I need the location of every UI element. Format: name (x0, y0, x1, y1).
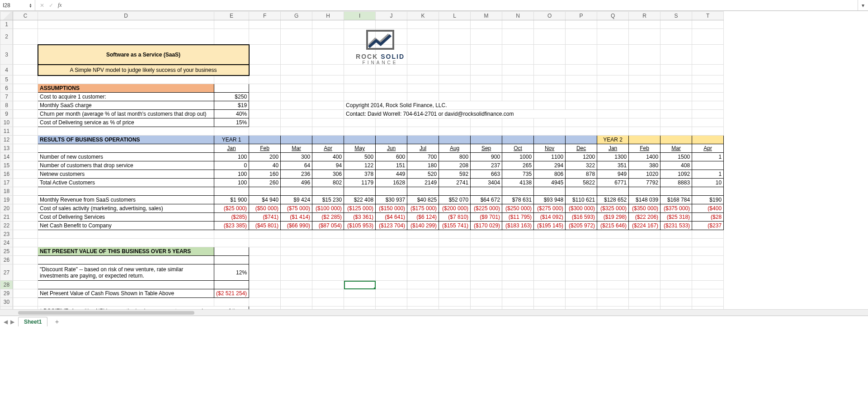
col-header-R[interactable]: R (629, 12, 660, 20)
money-row-label[interactable]: Monthly Revenue from SaaS customers (38, 196, 214, 204)
result-cell[interactable]: 496 (281, 179, 312, 187)
npv-header[interactable]: NET PRESENT VALUE OF THIS BUSINESS OVER … (38, 247, 214, 256)
col-header-I[interactable]: I (344, 12, 376, 20)
row-header-16[interactable]: 16 (0, 170, 13, 179)
month-header[interactable]: Sep (471, 144, 502, 153)
result-cell[interactable]: 8883 (660, 179, 692, 187)
money-cell[interactable]: $9 424 (281, 196, 312, 204)
result-cell[interactable]: 700 (407, 153, 439, 161)
result-cell[interactable] (692, 161, 724, 170)
month-header[interactable]: Jan (214, 144, 249, 153)
add-sheet-icon[interactable]: ＋ (51, 318, 63, 326)
result-cell[interactable]: 6771 (597, 179, 629, 187)
col-header-P[interactable]: P (566, 12, 597, 20)
col-header-E[interactable]: E (214, 12, 249, 20)
copyright-text[interactable]: Copyright 2014, Rock Solid Finance, LLC. (344, 101, 534, 110)
money-cell[interactable]: ($155 741) (439, 222, 471, 230)
money-row-label[interactable]: Cost of sales activity (marketing, adver… (38, 204, 214, 213)
money-cell[interactable]: ($14 092) (534, 213, 566, 222)
col-header-C[interactable]: C (13, 12, 38, 20)
money-cell[interactable]: ($205 972) (566, 222, 597, 230)
money-cell[interactable]: $148 039 (629, 196, 660, 204)
col-header-J[interactable]: J (376, 12, 407, 20)
result-cell[interactable]: 900 (471, 153, 502, 161)
money-cell[interactable]: ($3 361) (344, 213, 376, 222)
money-cell[interactable]: ($200 000) (439, 204, 471, 213)
result-cell[interactable]: 306 (312, 170, 344, 179)
money-cell[interactable]: ($87 054) (312, 222, 344, 230)
row-header-19[interactable]: 19 (0, 196, 13, 204)
money-cell[interactable]: ($195 145) (534, 222, 566, 230)
money-cell[interactable]: ($123 704) (376, 222, 407, 230)
money-cell[interactable]: $190 (692, 196, 724, 204)
money-cell[interactable]: $78 631 (502, 196, 534, 204)
result-cell[interactable]: 592 (439, 170, 471, 179)
assumption-value[interactable]: $19 (214, 101, 249, 110)
result-cell[interactable]: 200 (249, 153, 281, 161)
money-cell[interactable]: ($741) (249, 213, 281, 222)
row-header-5[interactable]: 5 (0, 75, 13, 84)
month-header[interactable]: Jul (407, 144, 439, 153)
result-cell[interactable]: 151 (376, 161, 407, 170)
money-cell[interactable]: ($100 000) (312, 204, 344, 213)
expand-formula-bar-icon[interactable]: ▾ (858, 0, 868, 10)
result-cell[interactable]: 322 (566, 161, 597, 170)
assumption-value[interactable]: 40% (214, 110, 249, 118)
money-cell[interactable]: ($6 124) (407, 213, 439, 222)
prev-sheet-icon[interactable]: ◀ (4, 319, 8, 325)
money-cell[interactable]: ($4 641) (376, 213, 407, 222)
result-cell[interactable]: 378 (344, 170, 376, 179)
result-cell[interactable]: 208 (439, 161, 471, 170)
money-cell[interactable]: ($275 000) (534, 204, 566, 213)
money-cell[interactable]: $1 900 (214, 196, 249, 204)
money-cell[interactable]: $4 940 (249, 196, 281, 204)
row-header-15[interactable]: 15 (0, 161, 13, 170)
money-cell[interactable]: ($7 810) (439, 213, 471, 222)
results-header[interactable]: RESULTS OF BUSINESS OPERATIONS (38, 136, 214, 144)
subtitle[interactable]: A Simple NPV model to judge likely succe… (38, 65, 249, 75)
money-cell[interactable]: ($25 000) (214, 204, 249, 213)
money-cell[interactable]: ($105 953) (344, 222, 376, 230)
col-header-L[interactable]: L (439, 12, 471, 20)
result-cell[interactable]: 64 (281, 161, 312, 170)
money-cell[interactable]: $110 621 (566, 196, 597, 204)
result-cell[interactable]: 520 (407, 170, 439, 179)
result-cell[interactable]: 1100 (534, 153, 566, 161)
col-header-D[interactable]: D (38, 12, 214, 20)
assumption-label[interactable]: Cost of Delivering service as % of price (38, 118, 214, 127)
row-header-28[interactable]: 28 (0, 281, 13, 289)
result-row-label[interactable]: Total Active Customers (38, 179, 214, 187)
result-cell[interactable]: 294 (534, 161, 566, 170)
result-cell[interactable]: 40 (249, 161, 281, 170)
money-row-label[interactable]: Net Cash Benefit to Company (38, 222, 214, 230)
row-header-27[interactable]: 27 (0, 264, 13, 281)
select-all-corner[interactable] (0, 12, 13, 20)
result-cell[interactable]: 1300 (597, 153, 629, 161)
money-cell[interactable]: ($45 801) (249, 222, 281, 230)
money-cell[interactable]: ($11 795) (502, 213, 534, 222)
result-cell[interactable]: 878 (566, 170, 597, 179)
col-header-N[interactable]: N (502, 12, 534, 20)
money-cell[interactable]: $64 672 (471, 196, 502, 204)
money-cell[interactable]: ($400 (692, 204, 724, 213)
result-cell[interactable]: 1500 (660, 153, 692, 161)
row-header-2[interactable]: 2 (0, 29, 13, 45)
row-header-14[interactable]: 14 (0, 153, 13, 161)
month-header[interactable]: Jan (597, 144, 629, 153)
row-header-4[interactable]: 4 (0, 65, 13, 75)
money-cell[interactable]: $30 937 (376, 196, 407, 204)
row-header-30[interactable]: 30 (0, 298, 13, 307)
discount-rate-label[interactable]: "Discount Rate" -- based on risk of new … (38, 264, 214, 281)
row-header-29[interactable]: 29 (0, 289, 13, 298)
result-cell[interactable]: 663 (471, 170, 502, 179)
result-cell[interactable]: 1 (692, 153, 724, 161)
result-cell[interactable]: 1092 (660, 170, 692, 179)
result-cell[interactable]: 2741 (439, 179, 471, 187)
money-cell[interactable]: $15 230 (312, 196, 344, 204)
money-cell[interactable]: ($300 000) (566, 204, 597, 213)
col-header-M[interactable]: M (471, 12, 502, 20)
result-cell[interactable]: 260 (249, 179, 281, 187)
month-header[interactable]: Oct (502, 144, 534, 153)
money-cell[interactable]: ($25 318) (660, 213, 692, 222)
month-header[interactable]: Apr (312, 144, 344, 153)
